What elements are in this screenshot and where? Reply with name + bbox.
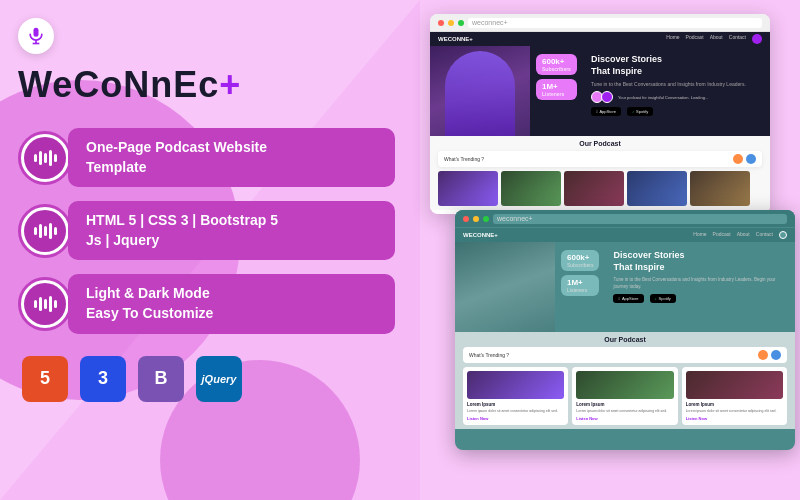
trending-dots-dark	[758, 350, 781, 360]
hero-image-light	[430, 46, 530, 136]
card-desc-3: Lorem ipsum dolor sit amet consectetur a…	[686, 409, 783, 414]
hero-stats-dark: 600k+ Subscribers 1M+ Listeners	[555, 242, 605, 332]
trending-dots	[733, 154, 756, 164]
stat-badge-1m: 1M+ Listeners	[536, 79, 577, 100]
browser-dot-yellow	[448, 20, 454, 26]
hero-title-dark: Discover StoriesThat Inspire	[613, 250, 787, 273]
nav-podcast: Podcast	[686, 34, 704, 44]
browser-bar-light: weconnec+	[430, 14, 770, 32]
appstore-badge:  AppStore	[591, 107, 621, 116]
hero-stats-light: 600k+ Subscribers 1M+ Listeners	[530, 46, 583, 136]
nav-logo-dark: WECONNE+	[463, 232, 498, 238]
hero-text-light: Discover StoriesThat Inspire Tune in to …	[583, 46, 770, 136]
browser-dark: weconnec+ WECONNE+ Home Podcast About Co…	[455, 210, 795, 450]
nav-links-dark: Home Podcast About Contact	[693, 231, 787, 239]
feature-circle-1	[18, 131, 72, 185]
card-listen-3[interactable]: Listen Now	[686, 416, 783, 421]
browser-nav-dark: WECONNE+ Home Podcast About Contact	[455, 228, 795, 242]
jquery-icon: jQuery	[196, 356, 242, 402]
hero-title-light: Discover StoriesThat Inspire	[591, 54, 762, 77]
card-desc-2: Lorem ipsum dolor sit amet consectetur a…	[576, 409, 673, 414]
trending-bar-light: What's Trending ?	[438, 151, 762, 167]
hero-image-dark	[455, 242, 555, 332]
hero-desc-light: Tune in to the Best Conversations and In…	[591, 81, 762, 88]
wave-icon-2	[34, 223, 57, 239]
nav-contact: Contact	[729, 34, 746, 44]
browser-dot-red	[438, 20, 444, 26]
podcast-card-2: Lorem Ipsum Lorem ipsum dolor sit amet c…	[572, 367, 677, 425]
thumb-5	[690, 171, 750, 206]
wave-icon-1	[34, 150, 57, 166]
trending-dot-prev-2	[758, 350, 768, 360]
card-listen-2[interactable]: Listen Now	[576, 416, 673, 421]
listen-text: Your podcast for insightful Conversation…	[618, 95, 708, 100]
hero-desc-dark: Tune in to the Best Conversations and In…	[613, 277, 787, 290]
html5-icon: 5	[22, 356, 68, 402]
card-img-1	[467, 371, 564, 399]
hero-person-light	[430, 46, 530, 136]
nav-about: About	[710, 34, 723, 44]
podcast-section-dark: Our Podcast What's Trending ? Lorem Ipsu…	[455, 332, 795, 429]
browser-dot-green	[458, 20, 464, 26]
hero-section-light: 600k+ Subscribers 1M+ Listeners Discover…	[430, 46, 770, 136]
trending-bar-dark: What's Trending ?	[463, 347, 787, 363]
left-panel: WeCoNnEc+ One-Page Podcast WebsiteTempla…	[0, 0, 415, 500]
feature-inner-1	[24, 137, 66, 179]
feature-inner-3	[24, 283, 66, 325]
browser-dot-green-2	[483, 216, 489, 222]
feature-item-mode: Light & Dark ModeEasy To Customize	[18, 274, 395, 333]
card-listen-1[interactable]: Listen Now	[467, 416, 564, 421]
card-desc-1: Lorem ipsum dolor sit amet consectetur a…	[467, 409, 564, 414]
browser-url-dark: weconnec+	[493, 214, 787, 224]
spotify-badge-2: ♪ Spotify	[650, 294, 676, 303]
nav-cta-dot-2	[779, 231, 787, 239]
trending-dot-next	[746, 154, 756, 164]
hero-section-dark: 600k+ Subscribers 1M+ Listeners Discover…	[455, 242, 795, 332]
hero-text-dark: Discover StoriesThat Inspire Tune in to …	[605, 242, 795, 332]
browser-bar-dark: weconnec+	[455, 210, 795, 228]
nav-cta-dot	[752, 34, 762, 44]
stat-badge-1m-dark: 1M+ Listeners	[561, 275, 599, 296]
right-panel: weconnec+ WECONNE+ Home Podcast About Co…	[410, 0, 800, 500]
mic-icon	[26, 26, 46, 46]
browser-url-light: weconnec+	[468, 18, 762, 28]
bootstrap-icon: B	[138, 356, 184, 402]
brand-plus: +	[219, 64, 241, 105]
css3-icon: 3	[80, 356, 126, 402]
app-badges-dark:  AppStore ♪ Spotify	[613, 294, 787, 303]
nav-logo-light: WECONNE+	[438, 36, 473, 42]
feature-item-podcast: One-Page Podcast WebsiteTemplate	[18, 128, 395, 187]
mic-icon-wrap	[18, 18, 54, 54]
tech-icons-row: 5 3 B jQuery	[22, 356, 395, 402]
brand-title: WeCoNnEc+	[18, 64, 395, 106]
feature-label-1: One-Page Podcast WebsiteTemplate	[86, 138, 377, 177]
thumb-2	[501, 171, 561, 206]
browser-dot-yellow-2	[473, 216, 479, 222]
thumb-4	[627, 171, 687, 206]
podcast-title-dark: Our Podcast	[463, 336, 787, 343]
nav-home-2: Home	[693, 231, 706, 239]
feature-inner-2	[24, 210, 66, 252]
nav-contact-2: Contact	[756, 231, 773, 239]
card-img-3	[686, 371, 783, 399]
thumb-3	[564, 171, 624, 206]
nav-podcast-2: Podcast	[713, 231, 731, 239]
feature-label-3: Light & Dark ModeEasy To Customize	[86, 284, 377, 323]
feature-circle-3	[18, 277, 72, 331]
spotify-badge: ♪ Spotify	[627, 107, 653, 116]
trending-dot-prev	[733, 154, 743, 164]
app-badges-light:  AppStore ♪ Spotify	[591, 107, 762, 116]
podcast-title-light: Our Podcast	[438, 140, 762, 147]
podcast-card-3: Lorem Ipsum Lorem ipsum dolor sit amet c…	[682, 367, 787, 425]
feature-label-2: HTML 5 | CSS 3 | Bootstrap 5Js | Jquery	[86, 211, 377, 250]
podcast-section-light: Our Podcast What's Trending ?	[430, 136, 770, 210]
nav-links-light: Home Podcast About Contact	[666, 34, 762, 44]
podcast-card-1: Lorem Ipsum Lorem ipsum dolor sit amet c…	[463, 367, 568, 425]
stat-badge-600k: 600k+ Subscribers	[536, 54, 577, 75]
nav-home: Home	[666, 34, 679, 44]
thumbnail-strip-light	[438, 171, 762, 206]
wave-icon-3	[34, 296, 57, 312]
hero-person-dark	[455, 242, 555, 332]
svg-rect-0	[34, 28, 39, 37]
person-silhouette	[445, 51, 515, 136]
